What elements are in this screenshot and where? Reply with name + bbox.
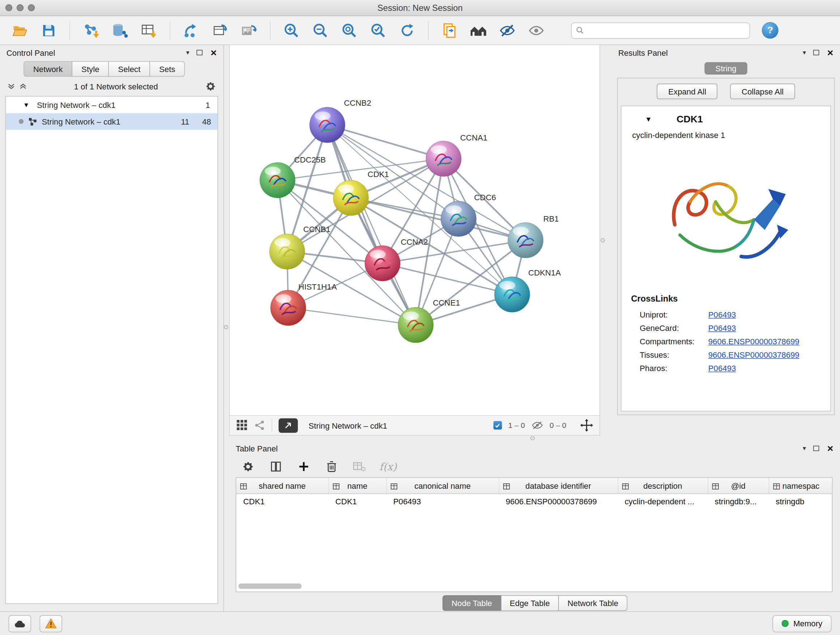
table-panel-title: Table Panel (236, 444, 278, 453)
panel-float-icon[interactable] (197, 50, 202, 55)
network-from-selection-icon[interactable] (179, 19, 204, 42)
zoom-fit-icon[interactable] (337, 19, 362, 42)
import-network-file-icon[interactable] (79, 19, 103, 42)
panel-close-icon[interactable]: ✕ (827, 444, 834, 452)
genecard-link[interactable]: P06493 (708, 323, 736, 333)
crosslink-row: GeneCard: P06493 (628, 321, 824, 334)
column-header[interactable]: canonical name (386, 478, 499, 494)
close-window-button[interactable] (5, 4, 12, 11)
gear-icon[interactable] (205, 81, 216, 92)
export-image-icon[interactable] (237, 19, 262, 42)
pan-crosshair-icon[interactable] (580, 419, 593, 432)
panel-splitter-vertical[interactable] (224, 45, 229, 611)
string-tab-badge[interactable]: String (705, 62, 747, 74)
refresh-icon[interactable] (395, 19, 419, 42)
panel-close-icon[interactable]: ✕ (827, 49, 834, 57)
table-settings-gear-icon[interactable] (240, 459, 256, 475)
horizontal-scrollbar[interactable] (238, 584, 830, 589)
show-columns-icon[interactable] (268, 459, 284, 475)
share-view-icon[interactable] (254, 420, 265, 431)
table-row[interactable]: CDK1 CDK1 P06493 9606.ENSP00000378699 cy… (236, 494, 832, 509)
tab-style[interactable]: Style (72, 61, 109, 77)
network-edge[interactable] (288, 308, 416, 325)
selected-checkbox-icon[interactable] (493, 421, 502, 430)
add-column-plus-icon[interactable] (295, 459, 311, 475)
zoom-out-icon[interactable] (308, 19, 333, 42)
canvas-results-splitter[interactable] (600, 45, 606, 435)
window-controls (5, 4, 35, 11)
network-node-hist1h1a[interactable]: HIST1H1A (271, 282, 337, 325)
tab-node-table[interactable]: Node Table (442, 595, 501, 611)
network-row-selected[interactable]: String Network – cdk1 11 48 (6, 113, 218, 130)
help-button[interactable]: ? (762, 22, 778, 39)
panel-float-icon[interactable] (813, 446, 819, 451)
column-header[interactable]: @id (707, 478, 769, 494)
network-edge[interactable] (327, 125, 416, 325)
show-all-eye-icon[interactable] (524, 19, 548, 42)
right-region: CCNB2CCNA1CDC25BCDK1CDC6RB1CCNB1CCNA2CDK… (229, 45, 840, 611)
cloud-button[interactable] (9, 615, 31, 632)
panel-menu-icon[interactable]: ▾ (803, 49, 806, 56)
birdseye-view-button[interactable] (279, 418, 298, 432)
tab-edge-table[interactable]: Edge Table (501, 595, 559, 611)
tissues-link[interactable]: 9606.ENSP00000378699 (708, 350, 799, 359)
toolbar-search-field[interactable] (571, 22, 750, 38)
pharos-link[interactable]: P06493 (708, 363, 736, 372)
compartments-link[interactable]: 9606.ENSP00000378699 (708, 337, 799, 346)
collapse-all-icon[interactable] (8, 82, 15, 90)
export-table-icon[interactable] (208, 19, 233, 42)
hidden-eye-slash-icon[interactable] (531, 420, 543, 430)
import-network-database-icon[interactable] (108, 19, 133, 42)
panel-menu-icon[interactable]: ▾ (803, 445, 806, 452)
network-node-ccnb1[interactable]: CCNB1 (270, 225, 331, 269)
tab-sets[interactable]: Sets (149, 61, 185, 77)
control-panel-title: Control Panel (6, 48, 55, 57)
protein-collapse-icon[interactable]: ▼ (645, 116, 652, 124)
import-table-file-icon[interactable] (137, 19, 161, 42)
network-node-ccnb2[interactable]: CCNB2 (309, 98, 371, 143)
collapse-all-button[interactable]: Collapse All (730, 84, 795, 99)
uniprot-link[interactable]: P06493 (708, 310, 736, 319)
search-input[interactable] (587, 26, 745, 35)
protein-structure-image (657, 148, 794, 281)
memory-button[interactable]: Memory (772, 615, 831, 632)
expand-all-button[interactable]: Expand All (657, 84, 717, 99)
panel-float-icon[interactable] (813, 50, 819, 55)
tree-collapse-icon[interactable]: ▼ (23, 101, 30, 109)
column-header[interactable]: namespac (769, 478, 832, 494)
column-header[interactable]: shared name (236, 478, 328, 494)
scrollbar-thumb[interactable] (238, 584, 302, 589)
open-session-icon[interactable] (8, 19, 32, 42)
network-graph[interactable]: CCNB2CCNA1CDC25BCDK1CDC6RB1CCNB1CCNA2CDK… (230, 45, 600, 415)
warnings-button[interactable] (40, 615, 62, 632)
network-node-ccna1[interactable]: CCNA1 (426, 133, 487, 176)
zoom-selected-icon[interactable] (366, 19, 390, 42)
column-header[interactable]: name (328, 478, 386, 494)
tab-network[interactable]: Network (24, 61, 73, 77)
zoom-in-icon[interactable] (279, 19, 304, 42)
tab-select[interactable]: Select (109, 61, 150, 77)
minimize-window-button[interactable] (17, 4, 24, 11)
network-node-cdkn1a[interactable]: CDKN1A (494, 268, 561, 312)
network-collection-label: String Network – cdk1 (37, 100, 115, 109)
network-node-cdc6[interactable]: CDC6 (441, 193, 496, 237)
network-canvas[interactable]: CCNB2CCNA1CDC25BCDK1CDC6RB1CCNB1CCNA2CDK… (230, 45, 600, 415)
zoom-window-button[interactable] (28, 4, 35, 11)
column-header[interactable]: description (617, 478, 707, 494)
panel-close-icon[interactable]: ✕ (210, 49, 217, 57)
table-panel-splitter[interactable] (229, 435, 840, 441)
network-node-rb1[interactable]: RB1 (508, 214, 559, 258)
delete-column-trash-icon[interactable] (324, 459, 339, 475)
duplicate-page-icon[interactable] (437, 19, 462, 42)
network-node-cdk1[interactable]: CDK1 (333, 170, 389, 216)
save-session-icon[interactable] (36, 19, 61, 42)
overview-home-icon[interactable] (466, 19, 491, 42)
network-collection-row[interactable]: ▼ String Network – cdk1 1 (6, 97, 218, 113)
network-edge[interactable] (327, 125, 444, 158)
tab-network-table[interactable]: Network Table (559, 595, 628, 611)
expand-all-icon[interactable] (19, 82, 27, 90)
grid-mode-icon[interactable] (236, 419, 248, 431)
hide-selected-eye-slash-icon[interactable] (495, 19, 519, 42)
panel-menu-icon[interactable]: ▾ (186, 49, 189, 56)
column-header[interactable]: database identifier (499, 478, 618, 494)
